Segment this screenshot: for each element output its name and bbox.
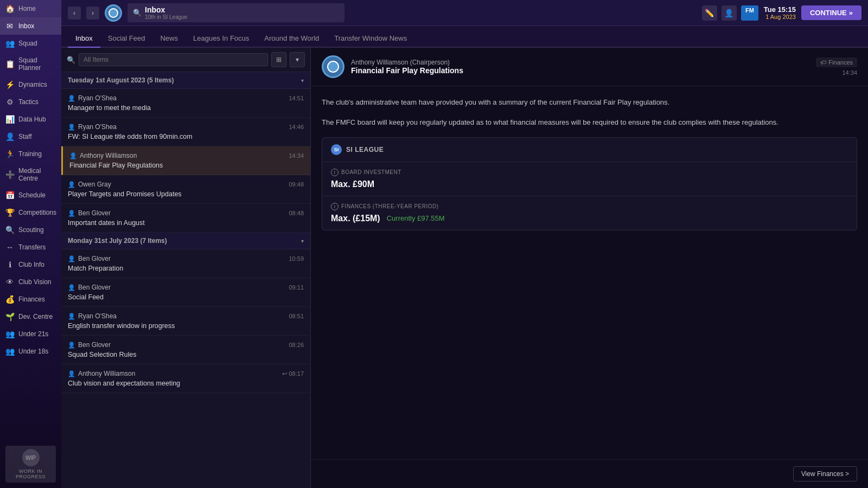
league-name: SI LEAGUE	[346, 146, 384, 153]
message-subject: FW: SI League title odds from 90min.com	[68, 133, 304, 140]
message-item[interactable]: 👤 Ryan O'Shea 14:46 FW: SI League title …	[61, 118, 310, 146]
message-item[interactable]: 👤 Ryan O'Shea 08:51 English transfer win…	[61, 307, 310, 336]
message-item[interactable]: 👤 Owen Gray 09:48 Player Targets and Pro…	[61, 175, 310, 204]
day-group-header-0[interactable]: Tuesday 1st August 2023 (5 Items) ▾	[61, 72, 310, 89]
message-meta: 👤 Ryan O'Shea 14:46	[68, 123, 304, 131]
sidebar-item-staff[interactable]: 👤 Staff	[0, 128, 61, 145]
sidebar-item-dev.-centre[interactable]: 🌱 Dev. Centre	[0, 308, 61, 325]
time-value: 14:34	[289, 152, 304, 159]
sidebar-item-dynamics[interactable]: ⚡ Dynamics	[0, 76, 61, 93]
nav-forward-button[interactable]: ›	[86, 7, 99, 20]
message-time: 09:48	[289, 181, 304, 188]
message-subject: Squad Selection Rules	[68, 351, 304, 358]
inbox-search-input[interactable]	[79, 53, 268, 66]
home-circle-button[interactable]	[105, 4, 122, 22]
message-item[interactable]: 👤 Ben Glover 08:26 Squad Selection Rules	[61, 336, 310, 364]
message-sender: 👤 Anthony Williamson	[68, 370, 135, 377]
tab-inbox[interactable]: Inbox	[68, 30, 100, 48]
nav-back-button[interactable]: ‹	[68, 7, 81, 20]
sender-person-icon: 👤	[68, 255, 75, 262]
message-item[interactable]: 👤 Anthony Williamson 14:34 Financial Fai…	[61, 146, 310, 175]
message-sender: 👤 Ben Glover	[68, 255, 111, 262]
sender-person-icon: 👤	[68, 342, 75, 349]
tabbar: InboxSocial FeedNewsLeagues In FocusArou…	[61, 26, 868, 48]
sidebar-item-club-info[interactable]: ℹ Club Info	[0, 256, 61, 273]
league-logo: SI	[331, 144, 342, 155]
message-item[interactable]: 👤 Anthony Williamson ↩ 08:17 Club vision…	[61, 364, 310, 393]
sidebar-item-training[interactable]: 🏃 Training	[0, 145, 61, 163]
sidebar-item-finances[interactable]: 💰 Finances	[0, 291, 61, 308]
app-container: 🏠 Home ✉ Inbox 👥 Squad 📋 Squad Planner ⚡…	[0, 0, 868, 488]
sidebar-label-3: Squad Planner	[18, 56, 56, 72]
info-icon-0[interactable]: i	[331, 169, 339, 176]
message-sender: 👤 Ben Glover	[68, 341, 111, 349]
message-header-right: 🏷 Finances 14:34	[816, 57, 857, 76]
inbox-title: Inbox	[145, 5, 187, 14]
sidebar-item-squad[interactable]: 👥 Squad	[0, 35, 61, 52]
message-subject-header: Financial Fair Play Regulations	[351, 66, 809, 75]
message-meta: 👤 Ben Glover 10:59	[68, 255, 304, 262]
message-meta: 👤 Ben Glover 09:11	[68, 284, 304, 291]
message-time: ↩ 08:17	[282, 370, 304, 377]
continue-button[interactable]: CONTINUE »	[801, 5, 861, 20]
tab-around-the-world[interactable]: Around the World	[257, 30, 327, 48]
time-value: 14:51	[289, 95, 304, 101]
sender-name: Ryan O'Shea	[78, 123, 117, 131]
sidebar-icon-9: ➕	[5, 170, 14, 179]
message-time: 08:51	[289, 313, 304, 319]
sidebar-item-tactics[interactable]: ⚙ Tactics	[0, 93, 61, 111]
message-subject: Financial Fair Play Regulations	[69, 162, 304, 169]
sidebar-item-scouting[interactable]: 🔍 Scouting	[0, 221, 61, 239]
message-tag: 🏷 Finances	[816, 57, 857, 67]
user-icon[interactable]: 👤	[722, 5, 737, 21]
message-meta: 👤 Owen Gray 09:48	[68, 181, 304, 188]
sidebar-label-5: Tactics	[18, 98, 39, 106]
message-item[interactable]: 👤 Ben Glover 10:59 Match Preparation	[61, 249, 310, 278]
message-sender: 👤 Anthony Williamson	[69, 152, 137, 159]
message-meta: 👤 Anthony Williamson ↩ 08:17	[68, 370, 304, 377]
filter-button[interactable]: ⊞	[271, 52, 286, 67]
dropdown-button[interactable]: ▾	[290, 52, 305, 67]
home-circle-inner	[108, 8, 118, 18]
sidebar-item-club-vision[interactable]: 👁 Club Vision	[0, 273, 61, 291]
message-subject: Manager to meet the media	[68, 104, 304, 112]
sidebar-label-17: Dev. Centre	[18, 313, 53, 320]
search-icon: 🔍	[133, 9, 142, 17]
message-item[interactable]: 👤 Ben Glover 09:11 Social Feed	[61, 278, 310, 307]
message-subject: Social Feed	[68, 293, 304, 301]
sidebar-item-competitions[interactable]: 🏆 Competitions	[0, 204, 61, 221]
tab-news[interactable]: News	[152, 30, 186, 48]
sidebar-item-home[interactable]: 🏠 Home	[0, 0, 61, 17]
message-timestamp: 14:34	[842, 69, 857, 76]
sidebar-item-squad-planner[interactable]: 📋 Squad Planner	[0, 52, 61, 76]
sidebar-label-11: Competitions	[18, 209, 56, 216]
topbar-right: ✏️ 👤 FM Tue 15:15 1 Aug 2023 CONTINUE »	[702, 5, 861, 21]
message-body: The club's administrative team have prov…	[311, 86, 868, 459]
sidebar-item-inbox[interactable]: ✉ Inbox	[0, 17, 61, 35]
sidebar-item-data-hub[interactable]: 📊 Data Hub	[0, 111, 61, 128]
sidebar-item-schedule[interactable]: 📅 Schedule	[0, 187, 61, 204]
sidebar-item-medical-centre[interactable]: ➕ Medical Centre	[0, 163, 61, 187]
sidebar-label-2: Squad	[18, 40, 37, 47]
sender-person-icon: 👤	[68, 124, 75, 131]
day-group-header-1[interactable]: Monday 31st July 2023 (7 Items) ▾	[61, 233, 310, 249]
message-item[interactable]: 👤 Ryan O'Shea 14:51 Manager to meet the …	[61, 89, 310, 118]
message-subject: Club vision and expectations meeting	[68, 380, 304, 387]
tab-social-feed[interactable]: Social Feed	[100, 30, 153, 48]
sidebar-item-under-18s[interactable]: 👥 Under 18s	[0, 343, 61, 360]
search-bar[interactable]: 🔍 Inbox 10th in SI League	[127, 3, 344, 22]
message-item[interactable]: 👤 Ben Glover 08:48 Important dates in Au…	[61, 204, 310, 233]
sidebar-label-16: Finances	[18, 296, 45, 303]
tab-leagues-in-focus[interactable]: Leagues In Focus	[186, 30, 257, 48]
sidebar-item-under-21s[interactable]: 👥 Under 21s	[0, 325, 61, 343]
edit-icon[interactable]: ✏️	[702, 5, 717, 21]
day-group-arrow-0: ▾	[301, 78, 304, 84]
message-meta: 👤 Ryan O'Shea 14:51	[68, 94, 304, 102]
wip-badge: WIP WORK IN PROGRESS	[5, 446, 56, 483]
info-icon-1[interactable]: i	[331, 203, 339, 210]
sidebar-icon-0: 🏠	[5, 4, 14, 13]
view-finances-button[interactable]: View Finances >	[793, 466, 857, 481]
sidebar-item-transfers[interactable]: ↔ Transfers	[0, 239, 61, 256]
day-group-arrow-1: ▾	[301, 238, 304, 244]
tab-transfer-window-news[interactable]: Transfer Window News	[327, 30, 414, 48]
